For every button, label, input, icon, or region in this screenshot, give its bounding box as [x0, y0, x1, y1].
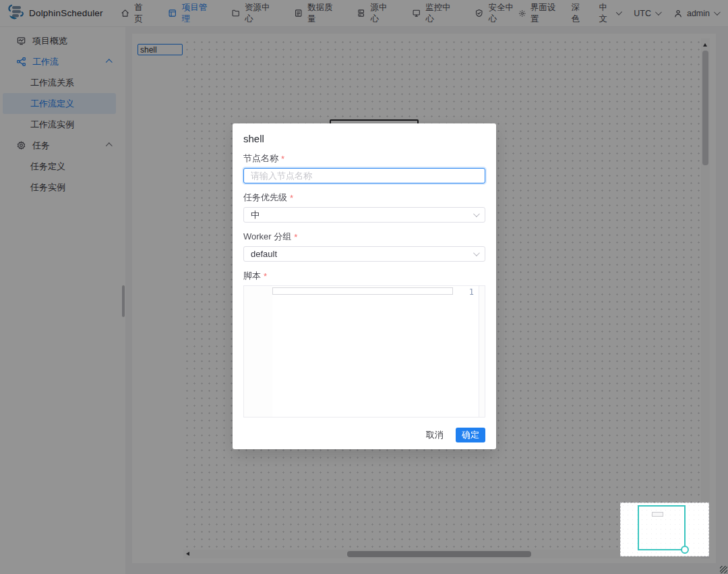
node-name-input[interactable] [243, 168, 485, 183]
editor-active-line[interactable] [272, 287, 453, 295]
worker-group-field-group: Worker 分组 * default [243, 231, 485, 262]
script-field-group: 脚本 * 1 [243, 270, 485, 418]
priority-label: 任务优先级 * [243, 192, 485, 204]
worker-group-selected-value: default [251, 249, 277, 259]
field-label-text: Worker 分组 [243, 231, 291, 243]
required-asterisk: * [281, 154, 284, 164]
chevron-down-icon [473, 250, 480, 256]
field-label-text: 节点名称 [243, 152, 278, 165]
editor-line-number: 1 [469, 287, 474, 297]
modal-footer: 取消 确定 [423, 428, 485, 442]
editor-gutter [244, 286, 272, 417]
cancel-button[interactable]: 取消 [423, 428, 446, 442]
script-label: 脚本 * [243, 270, 485, 282]
chevron-down-icon [473, 210, 480, 217]
required-asterisk: * [294, 232, 297, 242]
dag-minimap[interactable] [620, 503, 709, 556]
script-code-editor[interactable]: 1 [243, 285, 485, 418]
worker-group-select[interactable]: default [243, 246, 485, 262]
node-name-label: 节点名称 * [243, 152, 485, 165]
field-label-text: 脚本 [243, 270, 261, 282]
editor-scrollbar[interactable] [479, 286, 485, 417]
priority-select[interactable]: 中 [243, 207, 485, 223]
field-label-text: 任务优先级 [243, 192, 287, 204]
minimap-resize-handle[interactable] [681, 546, 689, 554]
required-asterisk: * [290, 193, 293, 203]
node-name-field-group: 节点名称 * [243, 152, 485, 183]
minimap-node [652, 512, 663, 517]
task-edit-modal: shell 节点名称 * 任务优先级 * 中 Worker 分组 * defau… [233, 123, 496, 449]
priority-selected-value: 中 [251, 209, 260, 221]
required-asterisk: * [264, 271, 267, 281]
confirm-button[interactable]: 确定 [456, 428, 485, 442]
priority-field-group: 任务优先级 * 中 [243, 192, 485, 223]
worker-group-label: Worker 分组 * [243, 231, 485, 243]
modal-title: shell [243, 133, 485, 144]
